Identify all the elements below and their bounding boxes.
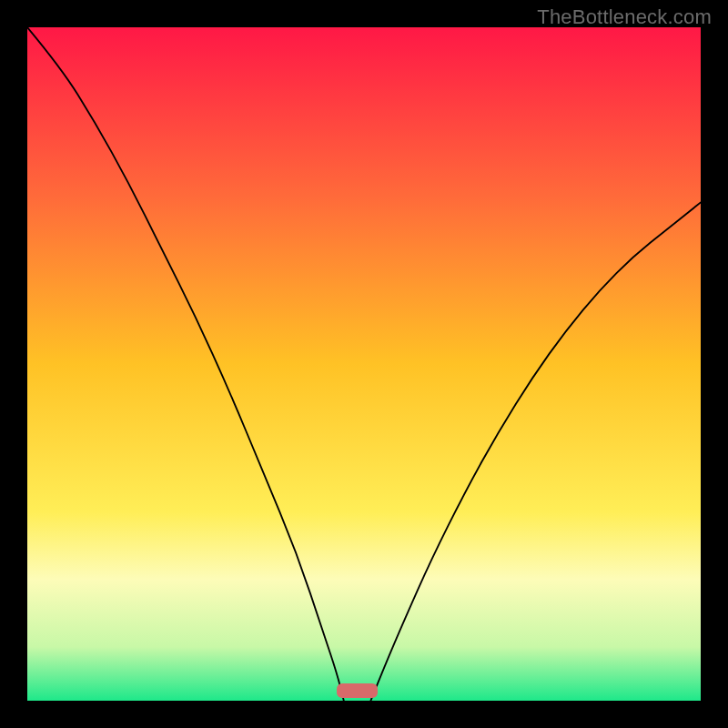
optimal-marker bbox=[337, 683, 377, 698]
plot-area bbox=[27, 27, 701, 701]
watermark-text: TheBottleneck.com bbox=[537, 5, 712, 29]
chart-frame: TheBottleneck.com bbox=[0, 0, 728, 728]
bottleneck-curve bbox=[27, 27, 701, 701]
